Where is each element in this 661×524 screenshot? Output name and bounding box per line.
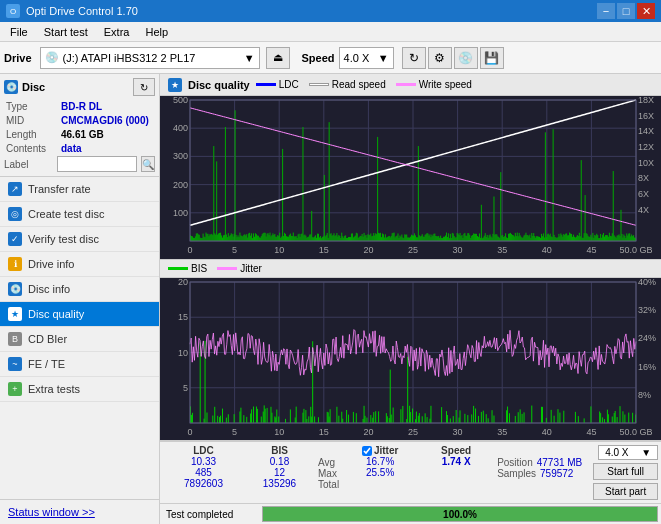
menubar: File Start test Extra Help <box>0 22 661 42</box>
ldc-max: 485 <box>195 467 212 478</box>
nav-disc-quality[interactable]: ★ Disc quality <box>0 302 159 327</box>
menu-extra[interactable]: Extra <box>98 24 136 40</box>
nav-create-test-disc-label: Create test disc <box>28 208 104 220</box>
nav-disc-quality-label: Disc quality <box>28 308 84 320</box>
avg-label: Avg <box>318 457 335 468</box>
titlebar: O Opti Drive Control 1.70 − □ ✕ <box>0 0 661 22</box>
nav-fe-te-label: FE / TE <box>28 358 65 370</box>
bis-header: BIS <box>271 445 288 456</box>
disc-label-label: Label <box>4 159 53 170</box>
nav-fe-te[interactable]: ~ FE / TE <box>0 352 159 377</box>
bis-max: 12 <box>274 467 285 478</box>
samples-label: Samples <box>497 468 536 479</box>
start-full-button[interactable]: Start full <box>593 463 658 480</box>
speed-dropdown[interactable]: 4.0 X ▼ <box>598 445 658 460</box>
fe-te-icon: ~ <box>8 357 22 371</box>
disc-quality-icon: ★ <box>8 307 22 321</box>
position-value: 47731 MB <box>537 457 583 468</box>
save-button[interactable]: 💾 <box>480 47 504 69</box>
speed-select[interactable]: 4.0 X ▼ <box>339 47 394 69</box>
nav-drive-info-label: Drive info <box>28 258 74 270</box>
content-icon: ★ <box>168 78 182 92</box>
menu-help[interactable]: Help <box>139 24 174 40</box>
disc-mid-value: CMCMAGDI6 (000) <box>61 115 149 126</box>
speed-value: 4.0 X <box>344 52 370 64</box>
disc-title: Disc <box>22 81 45 93</box>
progress-text: 100.0% <box>263 507 657 521</box>
nav-verify-test-disc[interactable]: ✓ Verify test disc <box>0 227 159 252</box>
menu-file[interactable]: File <box>4 24 34 40</box>
ldc-avg: 10.33 <box>191 456 216 467</box>
nav-transfer-rate-label: Transfer rate <box>28 183 91 195</box>
transfer-rate-icon: ↗ <box>8 182 22 196</box>
bis-canvas <box>160 278 661 441</box>
speed-dropdown-value: 4.0 X <box>605 447 628 458</box>
disc-length-value: 46.61 GB <box>61 129 104 140</box>
disc-refresh-button[interactable]: ↻ <box>133 78 155 96</box>
ldc-chart <box>160 96 661 260</box>
eject-button[interactable]: ⏏ <box>266 47 290 69</box>
progress-bar: 100.0% <box>262 506 658 522</box>
disc-type-value: BD-R DL <box>61 101 102 112</box>
ldc-label: LDC <box>279 79 299 90</box>
disc-icon: 💿 <box>4 80 18 94</box>
bis-chart-header: BIS Jitter <box>160 260 661 278</box>
bis-label: BIS <box>191 263 207 274</box>
nav-transfer-rate[interactable]: ↗ Transfer rate <box>0 177 159 202</box>
stats-bar: LDC 10.33 485 7892603 BIS 0.18 12 135296… <box>160 441 661 503</box>
drive-select[interactable]: 💿 (J:) ATAPI iHBS312 2 PL17 ▼ <box>40 47 260 69</box>
minimize-button[interactable]: − <box>597 3 615 19</box>
disc-contents-label: Contents <box>6 143 61 154</box>
ldc-canvas <box>160 96 661 259</box>
jitter-label: Jitter <box>240 263 262 274</box>
disc-info-icon: 💿 <box>8 282 22 296</box>
verify-test-disc-icon: ✓ <box>8 232 22 246</box>
label-search-button[interactable]: 🔍 <box>141 156 155 172</box>
start-part-button[interactable]: Start part <box>593 483 658 500</box>
nav-drive-info[interactable]: ℹ Drive info <box>0 252 159 277</box>
disc-type-label: Type <box>6 101 61 112</box>
speed-label: Speed <box>302 52 335 64</box>
disc-mid-label: MID <box>6 115 61 126</box>
disc-label-input[interactable] <box>57 156 137 172</box>
jitter-max: 25.5% <box>366 467 394 478</box>
disc-label-row: Label 🔍 <box>4 156 155 172</box>
disc-section: 💿 Disc ↻ Type BD-R DL MID CMCMAGDI6 (000… <box>0 74 159 177</box>
bis-avg: 0.18 <box>270 456 289 467</box>
app-icon: O <box>6 4 20 18</box>
disc-length-label: Length <box>6 129 61 140</box>
maximize-button[interactable]: □ <box>617 3 635 19</box>
jitter-checkbox[interactable] <box>362 446 372 456</box>
disc-contents-row: Contents data <box>4 142 155 155</box>
nav-extra-tests[interactable]: + Extra tests <box>0 377 159 402</box>
charts: BIS Jitter <box>160 96 661 441</box>
drive-value: (J:) ATAPI iHBS312 2 PL17 <box>63 52 196 64</box>
disc-type-row: Type BD-R DL <box>4 100 155 113</box>
close-button[interactable]: ✕ <box>637 3 655 19</box>
statusbar: Test completed 100.0% <box>160 503 661 524</box>
create-test-disc-icon: ◎ <box>8 207 22 221</box>
max-label: Max <box>318 468 337 479</box>
disc-contents-value: data <box>61 143 82 154</box>
nav-cd-bier-label: CD BIer <box>28 333 67 345</box>
read-speed-color <box>309 83 329 86</box>
nav-verify-test-disc-label: Verify test disc <box>28 233 99 245</box>
disc-button[interactable]: 💿 <box>454 47 478 69</box>
refresh-button[interactable]: ↻ <box>402 47 426 69</box>
menu-starttest[interactable]: Start test <box>38 24 94 40</box>
settings-button[interactable]: ⚙ <box>428 47 452 69</box>
nav-disc-info[interactable]: 💿 Disc info <box>0 277 159 302</box>
nav-cd-bier[interactable]: B CD BIer <box>0 327 159 352</box>
status-window-button[interactable]: Status window >> <box>0 499 159 524</box>
read-speed-label: Read speed <box>332 79 386 90</box>
legend: LDC Read speed Write speed <box>256 79 472 90</box>
cd-bier-icon: B <box>8 332 22 346</box>
samples-value: 759572 <box>540 468 573 479</box>
disc-mid-row: MID CMCMAGDI6 (000) <box>4 114 155 127</box>
content-title: Disc quality <box>188 79 250 91</box>
nav-create-test-disc[interactable]: ◎ Create test disc <box>0 202 159 227</box>
bis-color <box>168 267 188 270</box>
status-text: Test completed <box>166 509 256 520</box>
nav-disc-info-label: Disc info <box>28 283 70 295</box>
extra-tests-icon: + <box>8 382 22 396</box>
